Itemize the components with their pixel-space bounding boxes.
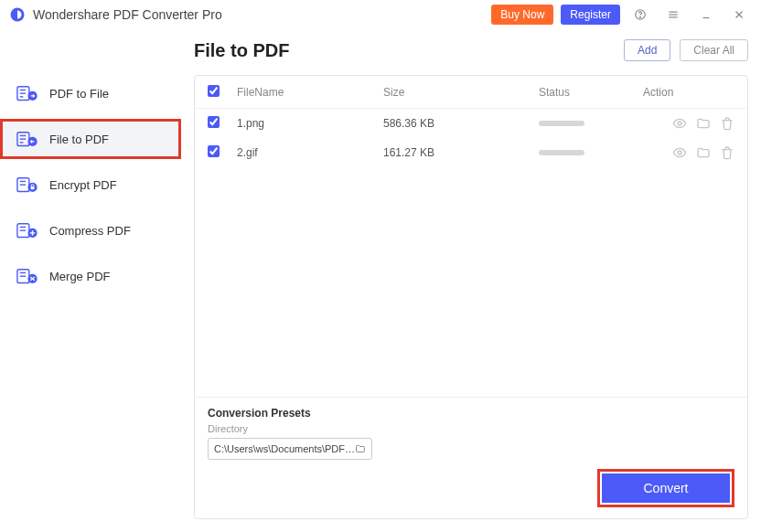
convert-button[interactable]: Convert [602, 473, 730, 503]
buy-now-button[interactable]: Buy Now [491, 5, 553, 25]
encrypt-pdf-icon [16, 175, 38, 195]
svg-rect-23 [31, 186, 35, 189]
row-status-bar [539, 150, 584, 155]
file-list-panel: FileName Size Status Action 1.png 586.36… [194, 75, 748, 519]
convert-highlight: Convert [597, 469, 734, 507]
svg-point-35 [678, 151, 681, 154]
row-filename: 2.gif [237, 146, 383, 159]
row-size: 586.36 KB [383, 117, 539, 130]
row-filename: 1.png [237, 117, 383, 130]
sidebar-item-pdf-to-file[interactable]: PDF to File [0, 73, 181, 113]
sidebar-item-label: Merge PDF [49, 270, 110, 283]
directory-field[interactable]: C:\Users\ws\Documents\PDFConvert [208, 438, 372, 460]
preview-icon[interactable] [672, 116, 687, 131]
row-checkbox[interactable] [208, 145, 220, 157]
sidebar: PDF to File File to PDF Encrypt PDF Comp… [0, 29, 181, 532]
delete-icon[interactable] [720, 116, 734, 131]
svg-point-34 [678, 122, 681, 125]
conversion-presets: Conversion Presets Directory C:\Users\ws… [195, 397, 747, 518]
titlebar: Wondershare PDF Converter Pro Buy Now Re… [0, 0, 761, 29]
directory-value: C:\Users\ws\Documents\PDFConvert [214, 443, 355, 454]
sidebar-item-label: PDF to File [49, 87, 109, 101]
header-status: Status [539, 86, 643, 99]
help-icon[interactable] [627, 2, 653, 27]
pdf-to-file-icon [16, 83, 38, 103]
merge-pdf-icon [16, 266, 38, 286]
header-filename: FileName [237, 86, 383, 99]
open-folder-icon[interactable] [696, 145, 711, 160]
file-to-pdf-icon [16, 129, 38, 149]
svg-point-2 [640, 16, 641, 17]
menu-icon[interactable] [660, 2, 686, 27]
sidebar-item-file-to-pdf[interactable]: File to PDF [0, 119, 181, 159]
app-logo-icon [9, 6, 26, 23]
content-header: File to PDF Add Clear All [194, 29, 748, 71]
page-title: File to PDF [194, 40, 289, 61]
table-row: 1.png 586.36 KB [195, 109, 747, 138]
clear-all-button[interactable]: Clear All [680, 39, 748, 61]
sidebar-item-compress-pdf[interactable]: Compress PDF [0, 210, 181, 250]
open-folder-icon[interactable] [696, 116, 711, 131]
close-icon[interactable] [726, 2, 752, 27]
sidebar-item-label: Encrypt PDF [49, 178, 117, 192]
header-size: Size [383, 86, 539, 99]
row-size: 161.27 KB [383, 146, 539, 159]
add-button[interactable]: Add [624, 39, 670, 61]
preview-icon[interactable] [672, 145, 687, 160]
presets-title: Conversion Presets [208, 407, 734, 420]
sidebar-item-label: Compress PDF [49, 224, 131, 238]
table-header: FileName Size Status Action [195, 76, 747, 109]
table-row: 2.gif 161.27 KB [195, 138, 747, 167]
select-all-checkbox[interactable] [208, 85, 220, 97]
minimize-icon[interactable] [693, 2, 719, 27]
row-checkbox[interactable] [208, 116, 220, 128]
header-action: Action [643, 86, 673, 99]
directory-label: Directory [208, 423, 734, 434]
register-button[interactable]: Register [561, 5, 620, 25]
browse-folder-icon[interactable] [355, 442, 366, 455]
sidebar-item-encrypt-pdf[interactable]: Encrypt PDF [0, 165, 181, 205]
content: File to PDF Add Clear All FileName Size … [181, 29, 761, 532]
delete-icon[interactable] [720, 145, 734, 160]
sidebar-item-label: File to PDF [49, 133, 109, 146]
app-title: Wondershare PDF Converter Pro [33, 7, 222, 22]
sidebar-item-merge-pdf[interactable]: Merge PDF [0, 256, 181, 296]
compress-pdf-icon [16, 220, 38, 240]
row-status-bar [539, 121, 584, 126]
